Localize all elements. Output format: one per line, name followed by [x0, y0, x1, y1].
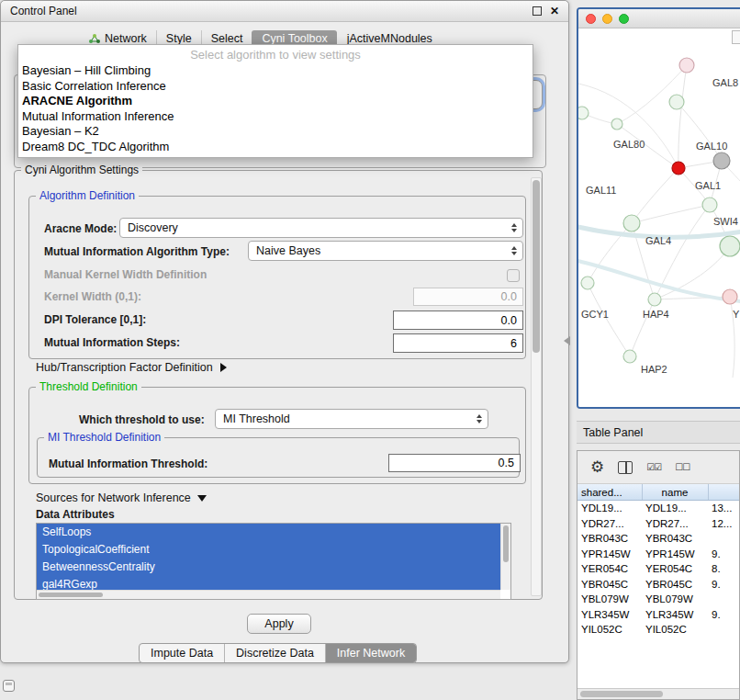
dropdown-item[interactable]: Bayesian – Hill Climbing — [18, 63, 533, 79]
table-panel-header[interactable]: Table Panel — [577, 421, 740, 444]
table-row[interactable]: YPR145WYPR145W9. — [577, 547, 740, 562]
network-edge[interactable] — [677, 102, 722, 161]
tab-label: Network — [105, 32, 147, 45]
scrollbar-thumb[interactable] — [533, 180, 540, 353]
node-attribute-table: shared...name YDL19...YDL19...13...YDR27… — [577, 484, 740, 638]
scrollbar-thumb[interactable] — [503, 525, 509, 562]
table-row[interactable]: YBR045CYBR045C9. — [577, 577, 740, 593]
mi-threshold-field[interactable] — [388, 454, 521, 472]
table-row[interactable]: YIL052CYIL052C — [577, 622, 740, 638]
sources-toggle[interactable]: Sources for Network Inference — [36, 491, 207, 504]
attribute-item[interactable]: gal4RGexp — [37, 576, 500, 590]
attribute-item[interactable]: SelfLoops — [37, 524, 500, 541]
attribute-item[interactable]: TopologicalCoefficient — [37, 541, 500, 559]
minimized-panel-icon[interactable] — [3, 680, 15, 692]
network-node[interactable] — [723, 289, 737, 304]
threshold-definition-group: Threshold Definition Which threshold to … — [28, 387, 526, 484]
network-edge[interactable] — [578, 84, 678, 168]
network-node[interactable] — [713, 152, 730, 169]
network-canvas-area[interactable]: GAL8GAL80GAL10GAL11GAL1SWI4GAL4GCY1HAP4Y… — [578, 28, 740, 408]
table-row[interactable]: YBL079WYBL079W — [577, 592, 740, 607]
table-row[interactable]: YDL19...YDL19...13... — [577, 501, 740, 516]
kernel-width-field[interactable] — [413, 288, 523, 306]
network-node[interactable] — [581, 277, 594, 289]
tab-label: jActiveMNodules — [347, 32, 432, 45]
column-header[interactable]: name — [642, 484, 708, 501]
hub-definition-toggle[interactable]: Hub/Transcription Factor Definition — [36, 361, 227, 374]
network-edge[interactable] — [632, 168, 678, 223]
table-row[interactable]: YER054CYER054C8. — [577, 561, 740, 577]
deselect-all-checkboxes-icon[interactable]: ☐☐ — [675, 463, 690, 472]
which-threshold-label: Which threshold to use: — [79, 413, 205, 426]
dropdown-item[interactable]: Bayesian – K2 — [18, 124, 533, 140]
table-toolbar: ⚙ ☑☑ ☐☐ — [577, 451, 739, 484]
node-label: HAP2 — [641, 364, 667, 375]
table-row[interactable]: YDR27...YDR27...12... — [577, 516, 740, 532]
network-window-titlebar[interactable] — [578, 9, 740, 28]
dpi-tolerance-label: DPI Tolerance [0,1]: — [44, 313, 146, 326]
zoom-button[interactable] — [619, 14, 629, 24]
network-view-window: GAL8GAL80GAL10GAL11GAL1SWI4GAL4GCY1HAP4Y… — [577, 7, 740, 409]
mi-steps-field[interactable] — [393, 333, 523, 353]
attributes-list: SelfLoopsTopologicalCoefficientBetweenne… — [36, 523, 511, 600]
tab-infer-network[interactable]: Infer Network — [325, 644, 416, 662]
control-panel-titlebar[interactable]: Control Panel ✕ — [1, 1, 568, 22]
mi-type-combo[interactable]: Naive Bayes — [248, 241, 523, 261]
table-horizontal-scrollbar[interactable] — [577, 688, 739, 699]
node-label: Y — [733, 309, 740, 320]
close-icon[interactable]: ✕ — [550, 6, 559, 17]
network-node[interactable] — [702, 198, 717, 212]
manual-kernel-label: Manual Kernel Width Definition — [44, 268, 207, 281]
dpi-tolerance-field[interactable] — [393, 310, 523, 330]
network-node[interactable] — [648, 293, 661, 306]
column-header[interactable] — [708, 484, 740, 501]
tab-discretize-data[interactable]: Discretize Data — [224, 644, 325, 662]
scrollbar-stub[interactable] — [732, 30, 740, 44]
sources-label: Sources for Network Inference — [36, 491, 191, 504]
scrollbar-thumb[interactable] — [39, 593, 103, 597]
dropdown-item[interactable]: Mutual Information Inference — [18, 109, 533, 125]
minimize-button[interactable] — [602, 14, 612, 24]
aracne-mode-label: Aracne Mode: — [44, 222, 117, 235]
scrollbar-thumb[interactable] — [580, 691, 663, 697]
list-horizontal-scrollbar[interactable] — [37, 590, 500, 599]
gear-icon[interactable]: ⚙ — [590, 459, 604, 475]
network-node[interactable] — [611, 119, 622, 130]
table-panel-window: ⚙ ☑☑ ☐☐ shared...name YDL19...YDL19...13… — [577, 450, 740, 700]
node-label: GAL8 — [712, 77, 738, 88]
column-header[interactable]: shared... — [577, 484, 642, 501]
close-button[interactable] — [586, 14, 596, 24]
network-node[interactable] — [669, 95, 684, 109]
network-edge[interactable] — [678, 65, 687, 168]
network-node[interactable] — [672, 162, 685, 175]
list-vertical-scrollbar[interactable] — [500, 524, 510, 590]
table-row[interactable]: YLR345WYLR345W9. — [577, 607, 740, 623]
network-canvas[interactable]: GAL8GAL80GAL10GAL11GAL1SWI4GAL4GCY1HAP4Y… — [578, 28, 740, 408]
settings-scrollbar[interactable] — [531, 177, 542, 596]
dropdown-item[interactable]: Dream8 DC_TDC Algorithm — [18, 140, 533, 155]
columns-icon[interactable] — [618, 461, 633, 474]
dropdown-item[interactable]: ARACNE Algorithm — [18, 94, 533, 109]
table-row[interactable]: YBR043CYBR043C — [577, 531, 740, 547]
which-threshold-combo[interactable]: MI Threshold — [215, 409, 488, 429]
splitter-collapse-icon[interactable] — [564, 336, 570, 345]
manual-kernel-checkbox[interactable] — [507, 269, 520, 282]
network-node[interactable] — [679, 58, 694, 73]
mi-steps-label: Mutual Information Steps: — [44, 336, 180, 349]
tab-impute-data[interactable]: Impute Data — [140, 644, 224, 662]
network-node[interactable] — [578, 107, 589, 119]
float-window-icon[interactable] — [533, 6, 542, 16]
node-label: GAL4 — [645, 235, 671, 246]
combo-value: Naive Bayes — [256, 244, 320, 257]
attribute-item[interactable]: BetweennessCentrality — [37, 559, 500, 576]
tab-label: Cyni Toolbox — [262, 32, 327, 45]
network-node[interactable] — [623, 350, 636, 363]
aracne-mode-combo[interactable]: Discovery — [119, 218, 523, 238]
network-node[interactable] — [720, 236, 740, 256]
apply-button[interactable]: Apply — [247, 614, 311, 634]
dropdown-item[interactable]: Basic Correlation Inference — [18, 79, 533, 95]
mi-threshold-group-title: MI Threshold Definition — [44, 431, 164, 444]
select-all-checkboxes-icon[interactable]: ☑☑ — [646, 463, 661, 472]
network-edge[interactable] — [588, 283, 630, 356]
network-node[interactable] — [623, 215, 640, 231]
